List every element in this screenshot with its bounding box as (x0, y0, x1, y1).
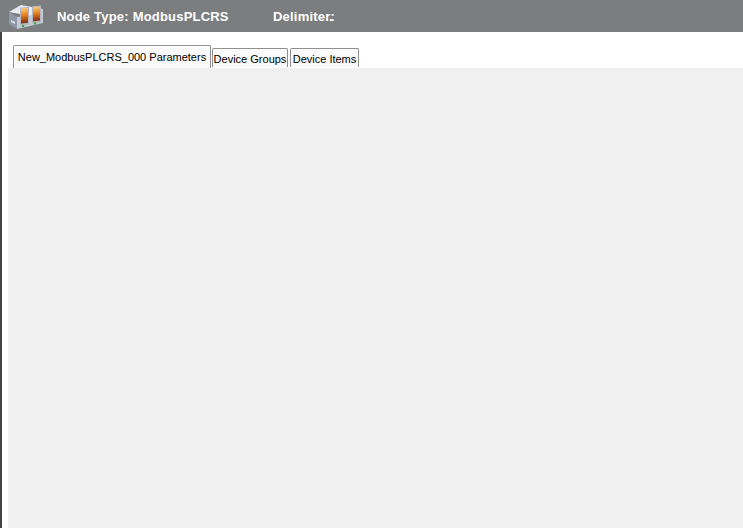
window-left-border (0, 32, 2, 528)
tab-parameters[interactable]: New_ModbusPLCRS_000 Parameters (13, 45, 211, 68)
parameters-tab-page (7, 67, 743, 528)
delimiter-value: . (329, 9, 333, 24)
modbus-plc-configuration-window: Node Type: ModbusPLCRS Delimiter: . New_… (0, 0, 743, 528)
tab-device-items[interactable]: Device Items (290, 48, 359, 68)
plc-device-icon (7, 2, 43, 30)
title-bar: Node Type: ModbusPLCRS Delimiter: . (0, 0, 743, 32)
tab-device-groups[interactable]: Device Groups (212, 48, 288, 68)
node-type-title: Node Type: ModbusPLCRS (57, 9, 229, 24)
delimiter-label: Delimiter: (273, 9, 335, 24)
